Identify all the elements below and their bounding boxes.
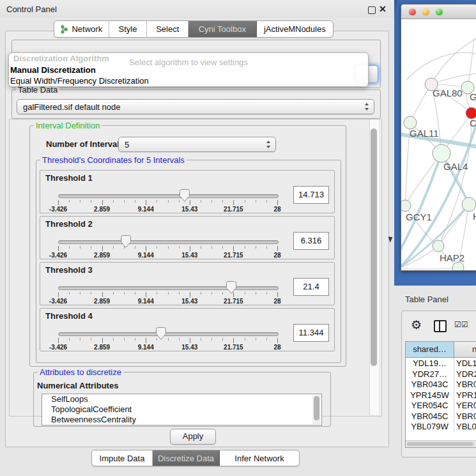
table-row[interactable]: YBR045CYBR0 [406,411,476,422]
float-window-icon[interactable] [368,6,376,14]
slider-minor-tick [113,338,114,341]
slider-tick-label: 15.43 [174,206,206,213]
gear-icon[interactable]: ⚙ [411,318,422,332]
columns-icon[interactable] [434,320,447,332]
slider-minor-tick [245,338,245,341]
table-row[interactable]: YLR345WYLR3 [406,432,476,433]
attributes-scrollbar-track[interactable] [312,395,321,424]
table-hscrollbar-thumb[interactable] [407,442,473,446]
number-of-intervals-value: 5 [125,140,129,150]
select-columns-checkboxes-icon[interactable]: ☑☑ [454,320,468,329]
network-edge[interactable] [403,268,458,269]
apply-button[interactable]: Apply [170,429,216,445]
node-label: GCY1 [406,211,432,222]
attribute-list-item[interactable]: SelfLoops [42,394,321,404]
table-row[interactable]: YBR043CYBR0 [406,379,476,390]
slider-minor-tick [245,246,245,249]
tab-discretize-data[interactable]: Discretize Data [153,450,220,466]
slider-minor-tick [135,200,135,203]
node-label: H [473,211,476,222]
table-row[interactable]: YPR145WYPR1 [406,390,476,401]
threshold-slider-track[interactable] [58,194,279,198]
threshold-slider-track[interactable] [58,332,279,336]
network-node-gcy1[interactable] [401,200,411,211]
threshold-slider-thumb[interactable] [121,235,131,248]
network-canvas[interactable]: GAL80GACGAL11GAL4GCY1HHAP2 [401,19,476,271]
slider-major-tick [102,200,103,205]
node-label: GAL80 [433,88,463,98]
attributes-group-title: Attributes to discretize [38,367,123,377]
table-cell-name: YBL0 [456,421,476,432]
slider-tick-label: 15.43 [174,344,206,351]
table-row[interactable]: YBL079WYBL0 [406,421,476,432]
table-row[interactable]: YER054CYER0 [406,400,476,411]
number-of-intervals-combobox[interactable]: 5 [118,137,276,152]
network-node[interactable] [452,262,464,271]
tab-jactivemnodules[interactable]: jActiveMNodules [257,21,333,37]
table-cell-shared-name: YBL079W [406,421,454,432]
table-row[interactable]: YDR27…YDR2 [406,369,476,380]
slider-tick-label: 9.144 [130,252,162,259]
table-data-combobox[interactable]: galFiltered.sif default node [17,99,374,114]
slider-tick-label: 28 [261,344,293,351]
tab-cyni-toolbox[interactable]: Cyni Toolbox [188,21,257,37]
control-panel-title: Control Panel [6,4,57,14]
slider-minor-tick [168,292,169,295]
slider-minor-tick [256,292,256,295]
slider-minor-tick [266,338,267,341]
network-edge[interactable] [468,38,474,88]
table-hscrollbar-track[interactable] [406,440,476,447]
slider-minor-tick [179,292,180,295]
thresholds-group-title: Threshold's Coordinates for 5 Intervals [40,155,187,165]
network-node-gal11[interactable] [404,116,417,129]
slider-tick-label: 21.715 [217,298,249,305]
network-node-h[interactable] [462,197,476,211]
tab-select[interactable]: Select [147,21,188,37]
slider-major-tick [58,200,59,205]
slider-tick-label: 28 [261,206,293,213]
slider-minor-tick [69,246,70,249]
close-window-icon[interactable]: ✕ [379,4,387,14]
threshold-slider-thumb[interactable] [180,189,190,202]
zoom-traffic-light[interactable] [436,8,443,15]
algorithm-option[interactable]: Equal Width/Frequency Discretization [10,76,149,86]
table-row[interactable]: YDL19…YDL1 [406,358,476,369]
network-window-titlebar[interactable] [401,4,476,19]
threshold-value-field[interactable]: 6.316 [293,232,329,250]
attributes-scrollbar-thumb[interactable] [314,396,319,420]
slider-tick-label: 2.859 [86,252,118,259]
slider-major-tick [190,292,190,297]
numerical-attributes-list: SelfLoopsTopologicalCoefficientBetweenne… [42,394,322,426]
slider-tick-label: 15.43 [174,252,206,259]
attribute-list-item[interactable]: TopologicalCoefficient [42,404,321,415]
threshold-value-field[interactable]: 21.4 [293,278,329,296]
slider-major-tick [102,246,103,251]
vertical-scrollbar-thumb[interactable] [371,128,377,366]
tab-impute-data[interactable]: Impute Data [92,450,153,466]
threshold-slider-track[interactable] [58,286,279,290]
minimize-traffic-light[interactable] [422,8,429,15]
threshold-slider-track[interactable] [58,240,279,244]
threshold-slider-thumb[interactable] [156,327,166,340]
table-cell-name: YDL1 [456,358,476,369]
column-header-name[interactable]: n [472,342,476,357]
tab-label: Style [119,24,137,34]
table-cell-shared-name: YBR045C [406,411,454,422]
table-panel-title: Table Panel [405,295,449,304]
threshold-value-field[interactable]: 14.713 [293,186,329,204]
tab-infer-network[interactable]: Infer Network [220,450,299,466]
threshold-value-field[interactable]: 11.344 [293,324,329,342]
network-edge[interactable] [401,246,438,267]
network-edge[interactable] [406,52,476,80]
slider-minor-tick [135,338,135,341]
attribute-list-item[interactable]: BetweennessCentrality [42,415,321,425]
algorithm-option[interactable]: Manual Discretization [10,65,96,75]
tab-network[interactable]: Network [54,21,109,37]
tab-style[interactable]: Style [109,21,148,37]
network-node-hap2[interactable] [433,240,444,252]
network-node-gal4[interactable] [433,144,450,162]
threshold-slider-thumb[interactable] [226,281,236,294]
close-traffic-light[interactable] [409,8,416,15]
column-header-shared-name[interactable]: shared… [406,342,454,357]
threshold-label: Threshold 3 [45,265,93,275]
